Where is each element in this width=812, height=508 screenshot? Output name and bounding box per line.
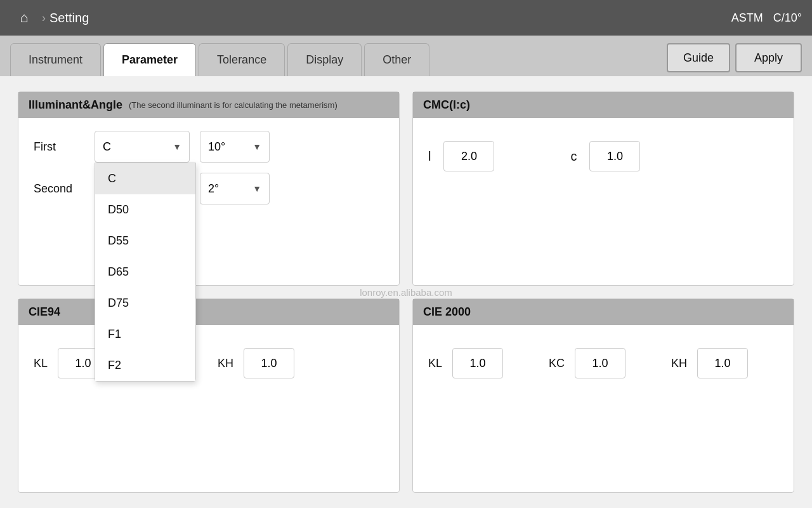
home-icon: ⌂: [20, 10, 28, 26]
cie94-row: KL KH: [34, 348, 384, 378]
cie2000-kl-input[interactable]: [452, 348, 503, 378]
dropdown-option-D50[interactable]: D50: [95, 194, 195, 225]
cie94-kh-label: KH: [218, 357, 233, 370]
dropdown-option-C[interactable]: C: [95, 163, 195, 194]
first-angle-value: 10°: [208, 140, 225, 154]
cie2000-kl-label: KL: [428, 357, 442, 370]
watermark: lonroy.en.alibaba.com: [360, 287, 452, 298]
cmc-l-input[interactable]: [443, 141, 494, 171]
second-angle-select[interactable]: 2° ▼: [200, 173, 270, 204]
illuminant-panel: Illuminant&Angle (The second illuminant …: [18, 91, 400, 286]
cmc-c-input[interactable]: [589, 141, 640, 171]
cie2000-panel-body: KL KC KH: [413, 325, 794, 391]
cie2000-title: CIE 2000: [423, 305, 471, 319]
cmc-title: CMC(l:c): [423, 98, 470, 112]
illuminant-subtitle: (The second illuminant is for calculatin…: [129, 100, 337, 110]
first-label: First: [34, 140, 84, 154]
cie94-kh-input[interactable]: [244, 348, 294, 378]
main-content: Illuminant&Angle (The second illuminant …: [0, 76, 812, 508]
dropdown-option-F1[interactable]: F1: [95, 319, 195, 350]
cie2000-kc-label: KC: [549, 357, 565, 370]
cmc-panel-body: l c: [413, 118, 794, 184]
illuminant-panel-header: Illuminant&Angle (The second illuminant …: [18, 92, 399, 118]
cie2000-kc-input[interactable]: [575, 348, 625, 378]
cie94-panel-header: CIE94: [18, 299, 399, 325]
cie2000-kh-label: KH: [671, 357, 687, 370]
first-illuminant-dropdown-wrap: C ▼ C D50 D55 D65 D75 F1 F2: [95, 131, 190, 163]
cie94-title: CIE94: [29, 305, 60, 319]
second-row: Second 2° ▼: [34, 173, 384, 204]
cie94-kl-label: KL: [34, 357, 48, 370]
second-label: Second: [34, 182, 84, 196]
first-row: First C ▼ C D50 D55 D65 D75 F1 F2: [34, 131, 384, 163]
tab-other[interactable]: Other: [364, 43, 429, 76]
dropdown-option-D55[interactable]: D55: [95, 225, 195, 257]
header: ⌂ › Setting ASTM C/10°: [0, 0, 812, 36]
header-astm-label: ASTM: [731, 11, 763, 25]
cie2000-row: KL KC KH: [428, 348, 778, 378]
illuminant-dropdown-menu: C D50 D55 D65 D75 F1 F2: [95, 163, 196, 382]
illuminant-title: Illuminant&Angle: [29, 98, 122, 112]
cmc-row: l c: [428, 141, 778, 171]
dropdown-option-D75[interactable]: D75: [95, 288, 195, 319]
cie2000-panel-header: CIE 2000: [413, 299, 794, 325]
cie2000-panel: CIE 2000 KL KC KH: [412, 298, 794, 493]
dropdown-option-F2[interactable]: F2: [95, 350, 195, 381]
first-illuminant-value: C: [103, 140, 111, 154]
tab-display[interactable]: Display: [287, 43, 362, 76]
cie2000-kh-input[interactable]: [697, 348, 748, 378]
cmc-c-label: c: [570, 149, 577, 164]
header-right: ASTM C/10°: [731, 11, 802, 25]
chevron-down-icon: ▼: [252, 142, 261, 152]
breadcrumb-separator: ›: [42, 11, 46, 25]
home-button[interactable]: ⌂: [10, 4, 38, 32]
first-angle-select[interactable]: 10° ▼: [200, 131, 270, 163]
tabs-bar: Instrument Parameter Tolerance Display O…: [0, 36, 812, 76]
header-mode-label: C/10°: [773, 11, 802, 25]
cmc-panel-header: CMC(l:c): [413, 92, 794, 118]
chevron-down-icon: ▼: [173, 142, 181, 152]
tab-parameter[interactable]: Parameter: [103, 43, 196, 76]
illuminant-panel-body: First C ▼ C D50 D55 D65 D75 F1 F2: [18, 118, 399, 227]
cie94-panel: CIE94 KL KH: [18, 298, 400, 493]
tab-tolerance[interactable]: Tolerance: [199, 43, 285, 76]
guide-button[interactable]: Guide: [667, 43, 730, 72]
apply-button[interactable]: Apply: [735, 43, 802, 72]
cmc-panel: CMC(l:c) l c: [412, 91, 794, 286]
dropdown-option-D65[interactable]: D65: [95, 257, 195, 288]
cmc-l-label: l: [428, 149, 431, 164]
cie94-panel-body: KL KH: [18, 325, 399, 391]
chevron-down-icon: ▼: [252, 184, 261, 194]
first-illuminant-dropdown[interactable]: C ▼: [95, 131, 190, 163]
page-title: Setting: [49, 11, 731, 25]
tab-instrument[interactable]: Instrument: [10, 43, 101, 76]
second-angle-value: 2°: [208, 182, 219, 196]
